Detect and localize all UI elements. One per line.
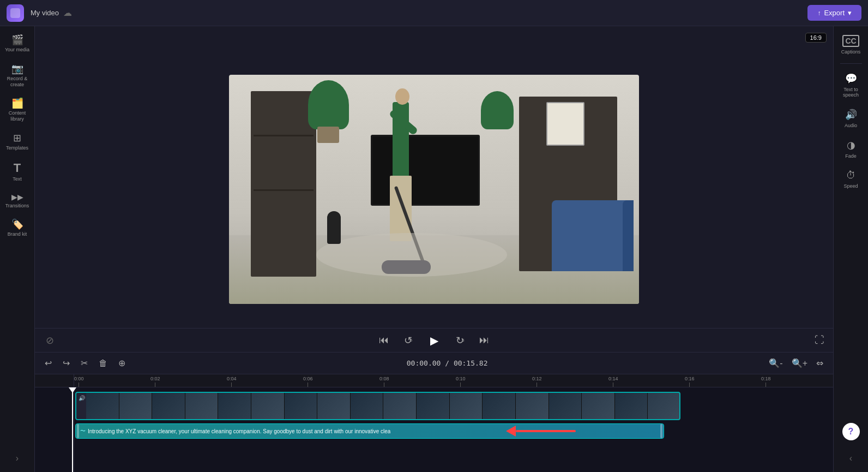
transitions-icon: ▶▶ (11, 193, 23, 201)
video-controls: ⊘ ⏮ ↺5 ▶ ↻5 ⏭ ⛶ (35, 328, 833, 352)
left-sidebar: 🎬 Your media 📷 Record &create 🗂️ Content… (0, 26, 35, 472)
ruler-label-4: 0:04 (227, 376, 237, 381)
fade-icon: ◑ (847, 139, 855, 151)
sidebar-divider-1 (840, 63, 862, 64)
zoom-out-button[interactable]: 🔍- (765, 357, 786, 369)
ruler-label-8: 0:08 (379, 376, 389, 381)
scene-speaker (327, 211, 341, 244)
add-media-button[interactable]: ⊕ (115, 356, 129, 371)
ruler-mark-4: 0:04 (227, 376, 237, 387)
audio-icon: 🔊 (845, 109, 857, 121)
film-frame (317, 392, 351, 420)
sidebar-item-text[interactable]: T Text (2, 158, 33, 187)
caption-text: Introducing the XYZ vacuum cleaner, your… (88, 428, 390, 434)
scene-shelves-left (251, 91, 316, 277)
sidebar-item-captions[interactable]: CC Captions (836, 31, 866, 59)
cloud-icon: ☁ (63, 8, 72, 18)
ruler-line-10 (460, 383, 461, 387)
undo-button[interactable]: ↩ (41, 356, 55, 371)
sidebar-item-content-library[interactable]: 🗂️ Content library (2, 94, 33, 127)
ruler-mark-8: 0:08 (379, 376, 389, 387)
export-button[interactable]: ↑ Export ▾ (807, 5, 861, 21)
arrow-line (516, 430, 576, 432)
film-frame (351, 392, 384, 420)
sidebar-label-brand-kit: Brand kit (8, 231, 27, 237)
arrow-head-icon (506, 426, 516, 437)
play-button[interactable]: ▶ (425, 332, 443, 349)
film-frame (615, 392, 648, 420)
fit-timeline-button[interactable]: ⇔ (813, 357, 827, 369)
forward-button[interactable]: ↻5 (454, 332, 466, 349)
scene-sofa-arm (623, 200, 634, 271)
ruler-label-10: 0:10 (456, 376, 466, 381)
ruler-label-2: 0:02 (150, 376, 160, 381)
audio-label: Audio (845, 123, 857, 128)
timeline-body: 0:00 0:02 0:04 (35, 374, 833, 472)
track-audio-icon: 🔊 (79, 395, 85, 401)
content-library-icon: 🗂️ (11, 98, 23, 108)
export-label: Export (824, 9, 845, 17)
film-frame (185, 392, 219, 420)
delete-button[interactable]: 🗑 (95, 356, 111, 371)
ruler-line-18 (765, 383, 766, 387)
scene-person-legs (390, 176, 412, 241)
right-sidebar-collapse-button[interactable]: ‹ (845, 449, 857, 468)
caption-left-handle[interactable] (77, 424, 79, 438)
speed-label: Speed (843, 183, 858, 189)
no-captions-button[interactable]: ⊘ (44, 332, 56, 349)
caption-wave-icon: 〜 (80, 427, 86, 435)
sidebar-collapse-button[interactable]: › (11, 449, 23, 468)
tracks-area: 🔊 (74, 387, 833, 472)
skip-back-button[interactable]: ⏮ (377, 332, 391, 348)
track-labels (35, 374, 74, 472)
film-frame (648, 392, 680, 420)
playhead-triangle (69, 387, 76, 393)
redo-button[interactable]: ↪ (59, 356, 73, 371)
film-frame (549, 392, 582, 420)
film-frame (582, 392, 615, 420)
caption-track[interactable]: 〜 Introducing the XYZ vacuum cleaner, yo… (75, 423, 664, 439)
rewind-button[interactable]: ↺5 (402, 332, 414, 349)
sidebar-item-fade[interactable]: ◑ Fade (836, 135, 866, 163)
film-frame (218, 392, 251, 420)
timeline-toolbar: ↩ ↪ ✂ 🗑 ⊕ 00:00.00 / 00:15.82 🔍- 🔍+ ⇔ (35, 352, 833, 374)
video-frame (229, 75, 639, 304)
ruler-line-14 (613, 383, 613, 387)
film-frame (417, 392, 450, 420)
sidebar-label-record-create: Record &create (7, 76, 28, 88)
text-to-speech-icon: 💬 (845, 73, 857, 85)
scene-tv (371, 135, 480, 206)
cut-button[interactable]: ✂ (77, 356, 91, 371)
ruler-line-16 (689, 383, 690, 387)
film-frame (86, 392, 119, 420)
sidebar-item-brand-kit[interactable]: 🏷️ Brand kit (2, 215, 33, 242)
video-placeholder (229, 75, 639, 304)
help-button[interactable]: ? (842, 423, 860, 440)
timeline-ruler: 0:00 0:02 0:04 (74, 374, 833, 387)
sidebar-item-record-create[interactable]: 📷 Record &create (2, 59, 33, 92)
ruler-mark-18: 0:18 (761, 376, 771, 387)
arrow-annotation (506, 426, 576, 437)
scene-plant-right (481, 91, 514, 129)
zoom-in-button[interactable]: 🔍+ (788, 357, 811, 369)
ruler-label-16: 0:16 (685, 376, 695, 381)
ruler-mark-2: 0:02 (150, 376, 160, 387)
caption-right-handle[interactable] (660, 424, 662, 438)
topbar: My video ☁ ↑ Export ▾ (0, 0, 868, 26)
ruler-line-6 (308, 383, 308, 387)
skip-forward-button[interactable]: ⏭ (477, 332, 491, 348)
sidebar-item-templates[interactable]: ⊞ Templates (2, 129, 33, 156)
captions-label: Captions (841, 49, 861, 55)
sidebar-item-transitions[interactable]: ▶▶ Transitions (2, 189, 33, 213)
main-layout: 🎬 Your media 📷 Record &create 🗂️ Content… (0, 26, 868, 472)
film-frames (75, 392, 680, 420)
sidebar-item-your-media[interactable]: 🎬 Your media (2, 31, 33, 57)
fullscreen-button[interactable]: ⛶ (815, 334, 824, 346)
aspect-ratio-badge: 16:9 (805, 33, 827, 43)
sidebar-item-audio[interactable]: 🔊 Audio (836, 104, 866, 133)
zoom-controls: 🔍- 🔍+ ⇔ (765, 357, 827, 369)
sidebar-item-text-to-speech[interactable]: 💬 Text to speech (836, 68, 866, 102)
timeline-scroll-area[interactable]: 0:00 0:02 0:04 (74, 374, 833, 472)
sidebar-item-speed[interactable]: ⏱ Speed (836, 165, 866, 193)
video-track[interactable]: 🔊 (75, 392, 680, 420)
